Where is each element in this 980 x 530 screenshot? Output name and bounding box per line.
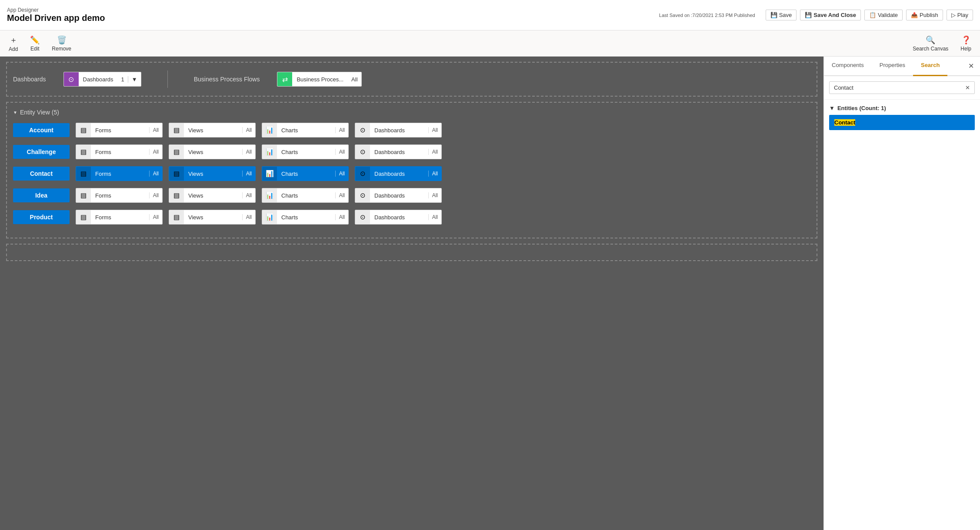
dashboards-bar-count: 1 bbox=[118, 76, 128, 83]
add-toolbar-item[interactable]: ＋ Add bbox=[9, 35, 18, 52]
save-icon: 💾 bbox=[770, 12, 777, 18]
bpf-count: All bbox=[348, 76, 361, 83]
dashboards-comp-icon: ⊙ bbox=[355, 144, 370, 159]
toolbar: ＋ Add ✏️ Edit 🗑️ Remove 🔍 Search Canvas … bbox=[0, 30, 980, 57]
publish-button[interactable]: 📤 Publish bbox=[906, 10, 943, 20]
top-bar-left: App Designer Model Driven app demo bbox=[7, 7, 105, 23]
charts-icon: 📊 bbox=[262, 144, 277, 159]
bpf-bar[interactable]: ⇄ Business Proces... All bbox=[277, 72, 361, 87]
entity-row-idea: Idea ▤ Forms All ▤ Views All 📊 Charts Al… bbox=[13, 188, 810, 203]
charts-icon: 📊 bbox=[262, 166, 277, 181]
right-panel-tabs: Components Properties Search ✕ bbox=[824, 57, 980, 76]
dashboards-comp-icon: ⊙ bbox=[355, 166, 370, 181]
idea-dashboards-button[interactable]: ⊙ Dashboards All bbox=[355, 188, 442, 203]
entity-account-button[interactable]: Account bbox=[13, 123, 70, 137]
search-box: ✕ bbox=[829, 81, 975, 94]
idea-forms-button[interactable]: ▤ Forms All bbox=[76, 188, 163, 203]
challenge-charts-button[interactable]: 📊 Charts All bbox=[262, 144, 349, 159]
idea-views-button[interactable]: ▤ Views All bbox=[169, 188, 256, 203]
idea-charts-button[interactable]: 📊 Charts All bbox=[262, 188, 349, 203]
entity-contact-button[interactable]: Contact bbox=[13, 167, 70, 181]
account-forms-button[interactable]: ▤ Forms All bbox=[76, 123, 163, 138]
account-views-button[interactable]: ▤ Views All bbox=[169, 123, 256, 138]
search-canvas-item[interactable]: 🔍 Search Canvas bbox=[913, 35, 948, 52]
forms-icon: ▤ bbox=[76, 210, 91, 225]
validate-icon: 📋 bbox=[869, 12, 876, 18]
product-views-button[interactable]: ▤ Views All bbox=[169, 210, 256, 225]
dashboards-bar[interactable]: ⊙ Dashboards 1 ▼ bbox=[63, 72, 141, 87]
views-icon: ▤ bbox=[169, 166, 184, 181]
views-icon: ▤ bbox=[169, 144, 184, 159]
save-button[interactable]: 💾 Save bbox=[766, 10, 797, 20]
tab-search[interactable]: Search bbox=[913, 57, 947, 76]
charts-icon: 📊 bbox=[262, 188, 277, 203]
entity-row-challenge: Challenge ▤ Forms All ▤ Views All 📊 Char… bbox=[13, 144, 810, 159]
contact-views-button[interactable]: ▤ Views All bbox=[169, 166, 256, 181]
edit-toolbar-item[interactable]: ✏️ Edit bbox=[30, 35, 40, 52]
dashboards-section-label: Dashboards bbox=[13, 76, 46, 83]
help-icon: ❓ bbox=[961, 35, 971, 45]
entity-idea-button[interactable]: Idea bbox=[13, 188, 70, 202]
entities-header-label: Entities (Count: 1) bbox=[837, 105, 886, 111]
challenge-views-button[interactable]: ▤ Views All bbox=[169, 144, 256, 159]
dashboards-comp-icon: ⊙ bbox=[355, 123, 370, 138]
dashboards-section: Dashboards ⊙ Dashboards 1 ▼ Business Pro… bbox=[6, 62, 817, 97]
bpf-icon: ⇄ bbox=[277, 72, 292, 87]
entity-product-button[interactable]: Product bbox=[13, 210, 70, 224]
account-charts-button[interactable]: 📊 Charts All bbox=[262, 123, 349, 138]
toolbar-right: 🔍 Search Canvas ❓ Help bbox=[913, 35, 971, 52]
product-forms-button[interactable]: ▤ Forms All bbox=[76, 210, 163, 225]
top-bar-right: Last Saved on :7/20/2021 2:53 PM Publish… bbox=[659, 10, 973, 20]
search-box-wrapper: ✕ bbox=[824, 76, 980, 100]
save-and-close-button[interactable]: 💾 Save And Close bbox=[800, 10, 861, 20]
close-panel-button[interactable]: ✕ bbox=[962, 57, 980, 75]
product-dashboards-button[interactable]: ⊙ Dashboards All bbox=[355, 210, 442, 225]
entity-challenge-button[interactable]: Challenge bbox=[13, 145, 70, 159]
collapse-icon[interactable]: ▼ bbox=[13, 110, 17, 115]
entity-row-product: Product ▤ Forms All ▤ Views All 📊 Charts… bbox=[13, 210, 810, 225]
bpf-separator bbox=[167, 70, 168, 88]
help-item[interactable]: ❓ Help bbox=[960, 35, 971, 52]
contact-forms-button[interactable]: ▤ Forms All bbox=[76, 166, 163, 181]
edit-icon: ✏️ bbox=[30, 35, 40, 45]
challenge-dashboards-button[interactable]: ⊙ Dashboards All bbox=[355, 144, 442, 159]
search-canvas-icon: 🔍 bbox=[926, 35, 935, 45]
clear-search-icon[interactable]: ✕ bbox=[965, 84, 970, 91]
app-title: Model Driven app demo bbox=[7, 13, 105, 23]
product-charts-button[interactable]: 📊 Charts All bbox=[262, 210, 349, 225]
bpf-section-label: Business Process Flows bbox=[194, 76, 260, 83]
forms-icon: ▤ bbox=[76, 188, 91, 203]
remove-toolbar-item[interactable]: 🗑️ Remove bbox=[52, 35, 71, 52]
challenge-forms-button[interactable]: ▤ Forms All bbox=[76, 144, 163, 159]
tab-properties[interactable]: Properties bbox=[872, 57, 913, 76]
entity-view-label: Entity View (5) bbox=[20, 109, 59, 116]
app-type-label: App Designer bbox=[7, 7, 105, 13]
add-icon: ＋ bbox=[10, 35, 17, 45]
entity-view-section: ▼ Entity View (5) Account ▤ Forms All ▤ … bbox=[6, 102, 817, 238]
dashboards-comp-icon: ⊙ bbox=[355, 210, 370, 225]
views-icon: ▤ bbox=[169, 123, 184, 138]
dashboards-dropdown-icon[interactable]: ▼ bbox=[128, 76, 141, 83]
account-dashboards-button[interactable]: ⊙ Dashboards All bbox=[355, 123, 442, 138]
contact-dashboards-button[interactable]: ⊙ Dashboards All bbox=[355, 166, 442, 181]
main-layout: Dashboards ⊙ Dashboards 1 ▼ Business Pro… bbox=[0, 57, 980, 530]
entity-row-contact: Contact ▤ Forms All ▤ Views All 📊 Charts… bbox=[13, 166, 810, 181]
publish-icon: 📤 bbox=[911, 12, 918, 18]
tab-components[interactable]: Components bbox=[824, 57, 872, 76]
save-close-icon: 💾 bbox=[805, 12, 812, 18]
remove-icon: 🗑️ bbox=[57, 35, 67, 45]
forms-icon: ▤ bbox=[76, 123, 91, 138]
dashboards-bar-icon: ⊙ bbox=[64, 72, 79, 87]
search-input[interactable] bbox=[834, 84, 962, 91]
entity-result-contact[interactable]: Contact bbox=[829, 115, 975, 130]
validate-button[interactable]: 📋 Validate bbox=[864, 10, 903, 20]
play-icon: ▷ bbox=[951, 12, 956, 18]
dashboards-bar-label: Dashboards bbox=[79, 76, 118, 83]
play-button[interactable]: ▷ Play bbox=[947, 10, 973, 20]
forms-icon: ▤ bbox=[76, 144, 91, 159]
entities-collapse-icon[interactable]: ▼ bbox=[829, 105, 835, 111]
bottom-dashed bbox=[6, 244, 817, 261]
contact-charts-button[interactable]: 📊 Charts All bbox=[262, 166, 349, 181]
entity-view-header: ▼ Entity View (5) bbox=[13, 109, 810, 116]
canvas[interactable]: Dashboards ⊙ Dashboards 1 ▼ Business Pro… bbox=[0, 57, 823, 530]
